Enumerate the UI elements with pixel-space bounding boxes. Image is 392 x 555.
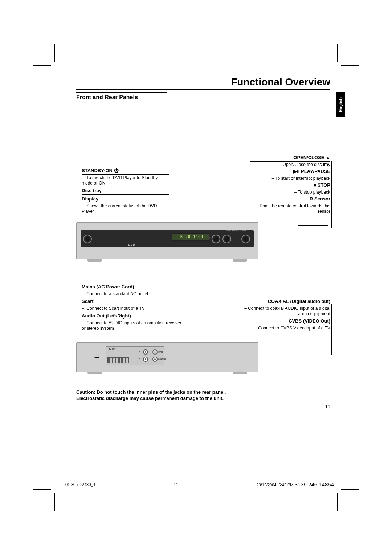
cvbs-heading: CVBS (VIDEO Out) bbox=[243, 318, 330, 325]
display-label: Display – Shows the current status of th… bbox=[82, 196, 169, 215]
mains-desc: Connect to a standard AC outlet bbox=[86, 291, 148, 296]
caution-line2: Electrostatic discharge may cause perman… bbox=[76, 396, 224, 401]
playpause-label: ▶II PLAY/PAUSE – To start or interrupt p… bbox=[250, 169, 330, 181]
footer-partno: 3139 246 14854 bbox=[295, 481, 334, 487]
lcd-display: TR 20 1408 bbox=[172, 233, 209, 241]
irsensor-desc: Point the remote control towards this se… bbox=[260, 203, 330, 214]
scart-label: Scart – Connect to Scart input of a TV bbox=[82, 299, 176, 311]
scart-desc: Connect to Scart input of a TV bbox=[86, 306, 145, 311]
display-desc: Shows the current status of the DVD Play… bbox=[82, 203, 157, 214]
scart-connector bbox=[107, 357, 129, 363]
stop-button-graphic bbox=[212, 235, 220, 243]
openclose-label: OPEN/CLOSE ▲ – Open/Close the disc tray bbox=[250, 155, 330, 167]
openclose-button-graphic bbox=[241, 235, 250, 243]
panel-model-label: DVD VIDEO / CD PLAYER bbox=[225, 229, 246, 231]
disc-tray-label: Disc tray bbox=[82, 188, 169, 195]
power-icon: ⏻ bbox=[114, 168, 119, 173]
standby-heading: STANDBY-ON bbox=[82, 168, 113, 173]
audioout-heading: Audio Out (Left/Right) bbox=[82, 313, 183, 320]
section-heading: Front and Rear Panels bbox=[76, 92, 167, 101]
front-panel-diagram: STANDBY-ON ⏻ – To switch the DVD Player … bbox=[76, 131, 330, 262]
leader-line bbox=[328, 174, 328, 225]
caution-line1: Caution: Do not touch the inner pins of … bbox=[76, 389, 226, 395]
mains-heading: Mains (AC Power Cord) bbox=[82, 284, 176, 291]
page-title: Functional Overview bbox=[76, 76, 330, 90]
page-number: 11 bbox=[76, 404, 330, 409]
footer-page: 11 bbox=[173, 482, 178, 487]
rca-r bbox=[143, 357, 148, 362]
standby-button-graphic bbox=[83, 235, 92, 243]
coax-jack bbox=[152, 357, 158, 362]
cvbs-jack bbox=[152, 349, 158, 355]
leader-line bbox=[77, 191, 81, 191]
rca-l bbox=[143, 349, 148, 355]
print-footer: 01-30 xDV430_4 11 23/12/2004, 5:42 PM 31… bbox=[65, 481, 334, 487]
openclose-heading: OPEN/CLOSE ▲ bbox=[250, 155, 330, 162]
ac-symbol: ∼ bbox=[94, 353, 99, 361]
leader-line bbox=[331, 304, 332, 355]
mains-label: Mains (AC Power Cord) – Connect to a sta… bbox=[82, 284, 176, 297]
footer-timestamp: 23/12/2004, 5:42 PM bbox=[256, 483, 293, 487]
standby-desc: To switch the DVD Player to Standby mode… bbox=[82, 175, 158, 186]
cvbs-label: CVBS (VIDEO Out) – Connect to CVBS Video… bbox=[243, 318, 330, 331]
leader-line bbox=[319, 228, 332, 228]
footer-docname: 01-30 xDV430_4 bbox=[65, 482, 95, 487]
playpause-button-graphic bbox=[222, 235, 231, 243]
rear-panel-diagram: Mains (AC Power Cord) – Connect to a sta… bbox=[76, 284, 330, 378]
irsensor-label: IR Sensor – Point the remote control tow… bbox=[243, 196, 330, 215]
cvbs-text: CVBS bbox=[158, 351, 163, 353]
ir-sensor-graphic bbox=[207, 236, 210, 239]
r-text: R bbox=[139, 357, 141, 360]
leader-line bbox=[298, 225, 328, 226]
leader-line bbox=[331, 161, 332, 228]
leader-line bbox=[328, 324, 328, 351]
l-text: L bbox=[139, 350, 140, 352]
audioout-desc: Connect to AUDIO inputs of an amplifier,… bbox=[82, 320, 181, 331]
dvd-logo: DVD bbox=[128, 243, 135, 246]
coax-heading: COAXIAL (Digital audio out) bbox=[243, 299, 330, 305]
language-tab: English bbox=[336, 92, 345, 117]
tvout-text: TV OUT bbox=[109, 348, 115, 350]
playpause-desc: To start or interrupt playback bbox=[275, 176, 330, 181]
coax-label: COAXIAL (Digital audio out) – Connect to… bbox=[243, 299, 330, 317]
irsensor-heading: IR Sensor bbox=[243, 196, 330, 203]
standby-on-label: STANDBY-ON ⏻ – To switch the DVD Player … bbox=[82, 168, 169, 186]
stop-desc: To stop playback bbox=[298, 190, 330, 195]
caution-text: Caution: Do not touch the inner pins of … bbox=[76, 389, 330, 402]
front-panel-device: TR 20 1408 DVD VIDEO / CD PLAYER DVD bbox=[76, 222, 258, 259]
playpause-heading: ▶II PLAY/PAUSE bbox=[250, 169, 330, 175]
coax-desc: Connect to coaxial AUDIO input of a digi… bbox=[248, 306, 330, 317]
rear-panel-device: ∼ TV OUT L R CVBS COAXIAL bbox=[76, 342, 258, 372]
coax-text: COAXIAL bbox=[158, 358, 166, 360]
scart-heading: Scart bbox=[82, 299, 176, 305]
audioout-label: Audio Out (Left/Right) – Connect to AUDI… bbox=[82, 313, 183, 332]
openclose-desc: Open/Close the disc tray bbox=[283, 162, 330, 167]
stop-label: ■ STOP – To stop playback bbox=[250, 182, 330, 195]
stop-heading: ■ STOP bbox=[250, 182, 330, 189]
display-heading: Display bbox=[82, 196, 169, 203]
cvbs-desc: Connect to CVBS Video input of a TV bbox=[258, 325, 330, 331]
disctray-heading: Disc tray bbox=[82, 188, 169, 195]
